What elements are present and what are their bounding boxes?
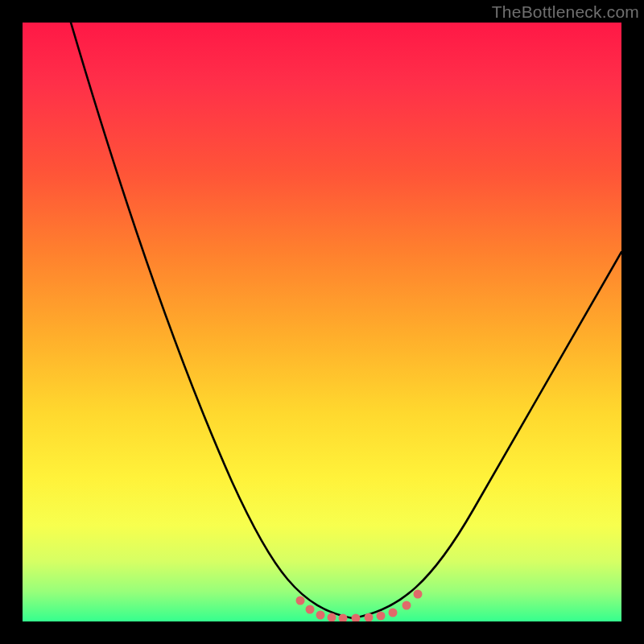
svg-point-9 [402, 601, 411, 610]
watermark-text: TheBottleneck.com [492, 2, 639, 22]
valley-markers [296, 590, 423, 622]
bottleneck-curve [23, 23, 621, 621]
svg-point-8 [389, 609, 398, 617]
svg-point-7 [377, 612, 386, 621]
svg-point-6 [365, 613, 374, 622]
plot-area [23, 23, 621, 621]
svg-point-3 [328, 613, 336, 622]
outer-frame: TheBottleneck.com [0, 0, 644, 644]
svg-point-5 [352, 614, 361, 622]
svg-point-1 [306, 605, 315, 614]
curve-path [71, 23, 621, 618]
svg-point-10 [414, 590, 423, 599]
svg-point-2 [316, 611, 325, 620]
svg-point-0 [296, 597, 305, 605]
